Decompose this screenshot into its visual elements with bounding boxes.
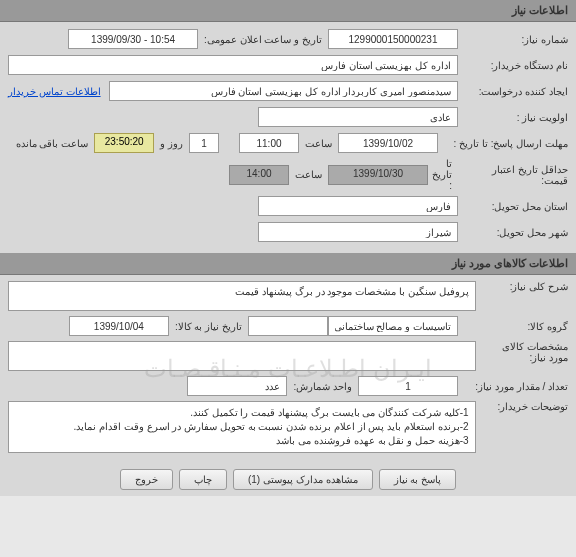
section-header-need-info: اطلاعات نیاز: [0, 0, 576, 22]
validity-time-field: 14:00: [229, 165, 289, 185]
validity-date-field: 1399/10/30: [328, 165, 428, 185]
label-time-1: ساعت: [299, 138, 338, 149]
desc-field[interactable]: پروفیل سنگین با مشخصات موجود در برگ پیشن…: [8, 281, 476, 311]
label-province: استان محل تحویل:: [458, 201, 568, 212]
buyer-org-field[interactable]: [8, 55, 458, 75]
button-bar: پاسخ به نیاز مشاهده مدارک پیوستی (1) چاپ…: [0, 463, 576, 496]
label-unit: واحد شمارش:: [287, 381, 358, 392]
section-body-goods-info: ایـران اطـلاعـات مـنـاقـصـات شرح کلی نیا…: [0, 275, 576, 463]
label-time-2: ساعت: [289, 169, 328, 180]
label-deadline: مهلت ارسال پاسخ: تا تاریخ :: [438, 138, 568, 149]
days-field[interactable]: [189, 133, 219, 153]
label-priority: اولویت نیاز :: [458, 112, 568, 123]
deadline-time-field[interactable]: [239, 133, 299, 153]
label-remaining: ساعت باقی مانده: [10, 138, 95, 149]
province-field[interactable]: [258, 196, 458, 216]
label-announce: تاریخ و ساعت اعلان عمومی:: [198, 34, 328, 45]
deadline-date-field[interactable]: [338, 133, 438, 153]
request-no-field[interactable]: [328, 29, 458, 49]
remaining-time: 23:50:20: [94, 133, 154, 153]
announce-field[interactable]: [68, 29, 198, 49]
spec-field[interactable]: [8, 341, 476, 371]
need-date-field[interactable]: [69, 316, 169, 336]
section-body-need-info: شماره نیاز: تاریخ و ساعت اعلان عمومی: نا…: [0, 22, 576, 253]
requester-field[interactable]: [109, 81, 458, 101]
label-city: شهر محل تحویل:: [458, 227, 568, 238]
print-button[interactable]: چاپ: [179, 469, 227, 490]
label-validity-until: تا تاریخ :: [428, 158, 458, 191]
label-desc: شرح کلی نیاز:: [476, 281, 568, 292]
label-validity: حداقل تاریخ اعتبار قیمت:: [458, 164, 568, 186]
group-field[interactable]: [328, 316, 458, 336]
city-field[interactable]: [258, 222, 458, 242]
label-qty: تعداد / مقدار مورد نیاز:: [458, 381, 568, 392]
unit-field[interactable]: [187, 376, 287, 396]
notes-field[interactable]: 1-کلیه شرکت کنندگان می بایست برگ پیشنهاد…: [8, 401, 476, 453]
label-spec: مشخصات کالای مورد نیاز:: [476, 341, 568, 363]
label-need-date: تاریخ نیاز به کالا:: [169, 321, 248, 332]
label-notes: توضیحات خریدار:: [476, 401, 568, 412]
label-group: گروه کالا:: [458, 321, 568, 332]
section-header-goods-info: اطلاعات کالاهای مورد نیاز: [0, 253, 576, 275]
qty-field[interactable]: [358, 376, 458, 396]
reply-button[interactable]: پاسخ به نیاز: [379, 469, 457, 490]
label-days: روز و: [154, 138, 189, 149]
exit-button[interactable]: خروج: [120, 469, 173, 490]
contact-link[interactable]: اطلاعات تماس خریدار: [8, 86, 101, 97]
label-requester: ایجاد کننده درخواست:: [458, 86, 568, 97]
attachments-button[interactable]: مشاهده مدارک پیوستی (1): [233, 469, 373, 490]
label-buyer-org: نام دستگاه خریدار:: [458, 60, 568, 71]
priority-field[interactable]: [258, 107, 458, 127]
group-sub-field[interactable]: [248, 316, 328, 336]
label-request-no: شماره نیاز:: [458, 34, 568, 45]
